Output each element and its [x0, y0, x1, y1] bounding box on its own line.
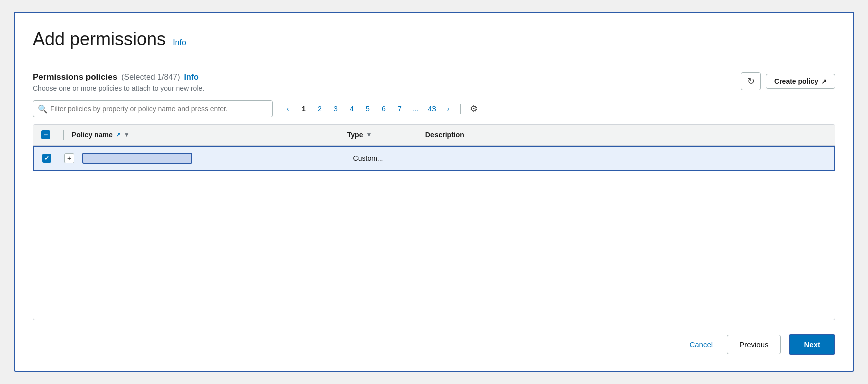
type-cell: Custom...: [353, 154, 423, 162]
external-link-icon: ↗: [821, 78, 827, 86]
section-title: Permissions policies (Selected 1/847) In…: [33, 72, 204, 82]
pagination-divider: [460, 104, 461, 114]
pagination-next[interactable]: ›: [441, 102, 455, 116]
main-container: Add permissions Info Permissions policie…: [14, 12, 854, 372]
th-description: Description: [425, 131, 827, 139]
page-info-link[interactable]: Info: [173, 38, 186, 48]
pagination-ellipsis: ...: [409, 102, 423, 116]
settings-button[interactable]: ⚙: [466, 101, 482, 117]
pagination-page-6[interactable]: 6: [377, 102, 391, 116]
page-title-section: Add permissions Info: [33, 29, 835, 50]
search-icon: 🔍: [38, 104, 48, 114]
pagination-page-43[interactable]: 43: [425, 102, 439, 116]
pagination-page-5[interactable]: 5: [361, 102, 375, 116]
chevron-right-icon: ›: [447, 105, 450, 113]
selected-count: (Selected 1/847): [121, 73, 180, 82]
row-expand-button[interactable]: +: [64, 154, 74, 164]
policy-name-cell: [82, 153, 345, 164]
section-header: Permissions policies (Selected 1/847) In…: [33, 72, 835, 92]
sort-icon-policy-name: ▼: [124, 132, 130, 138]
header-buttons: ↻ Create policy ↗: [741, 72, 835, 90]
policy-name-redacted: [82, 153, 192, 164]
gear-icon: ⚙: [470, 104, 478, 114]
th-policy-name-label: Policy name: [72, 131, 113, 139]
section-info-link[interactable]: Info: [184, 73, 199, 82]
pagination-page-2[interactable]: 2: [313, 102, 327, 116]
next-button[interactable]: Next: [789, 334, 835, 355]
create-policy-button[interactable]: Create policy ↗: [766, 74, 835, 89]
create-policy-label: Create policy: [774, 78, 818, 86]
th-policy-name[interactable]: Policy name ↗ ▼: [72, 131, 339, 139]
table-row[interactable]: + Custom...: [33, 146, 835, 171]
page-title: Add permissions: [33, 29, 166, 50]
search-input[interactable]: [33, 100, 273, 118]
pagination-page-3[interactable]: 3: [329, 102, 343, 116]
pagination-prev[interactable]: ‹: [281, 102, 295, 116]
policies-table: Policy name ↗ ▼ Type ▼ Description + Cus…: [33, 124, 835, 320]
row-checkbox-checked[interactable]: [42, 154, 51, 163]
pagination: ‹ 1 2 3 4 5 6 7 ...: [281, 101, 482, 117]
pagination-page-7[interactable]: 7: [393, 102, 407, 116]
th-type[interactable]: Type ▼: [347, 131, 417, 139]
section-subtitle: Choose one or more policies to attach to…: [33, 84, 204, 92]
footer: Cancel Previous Next: [33, 334, 835, 355]
th-type-label: Type: [347, 131, 363, 139]
th-description-label: Description: [425, 131, 464, 139]
section-title-text: Permissions policies: [33, 72, 117, 82]
type-value: Custom...: [353, 154, 383, 162]
pagination-page-4[interactable]: 4: [345, 102, 359, 116]
section-title-block: Permissions policies (Selected 1/847) In…: [33, 72, 204, 92]
search-pagination-bar: 🔍 ‹ 1 2 3 4 5 6: [33, 100, 835, 118]
pagination-page-1[interactable]: 1: [297, 102, 311, 116]
sort-icon-type: ▼: [366, 132, 372, 138]
previous-button[interactable]: Previous: [727, 335, 781, 354]
th-separator: [63, 130, 64, 140]
refresh-button[interactable]: ↻: [741, 72, 761, 90]
refresh-icon: ↻: [747, 76, 755, 87]
title-divider: [33, 60, 835, 60]
row-checkbox[interactable]: [42, 154, 56, 163]
table-header: Policy name ↗ ▼ Type ▼ Description: [33, 125, 835, 146]
th-select-all[interactable]: [41, 130, 55, 140]
cancel-button[interactable]: Cancel: [683, 336, 719, 353]
chevron-left-icon: ‹: [287, 105, 289, 113]
external-link-icon: ↗: [116, 132, 121, 138]
search-box: 🔍: [33, 100, 273, 118]
select-all-checkbox[interactable]: [41, 130, 50, 140]
